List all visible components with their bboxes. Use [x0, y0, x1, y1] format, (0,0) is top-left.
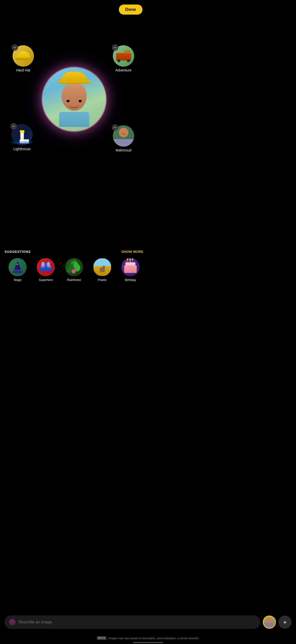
hero-eyes: [39, 265, 52, 267]
birthday-label: Birthday: [125, 278, 136, 282]
face-oval: [62, 82, 87, 111]
show-more-button[interactable]: SHOW MORE: [121, 250, 143, 254]
mage-circle: ★: [9, 258, 27, 276]
jeep-wheel-left: [117, 59, 121, 62]
cake-body: [124, 265, 137, 273]
hero-mask: [39, 263, 52, 271]
remove-mahmoud-button[interactable]: −: [112, 124, 118, 131]
suggestion-birthday[interactable]: Birthday: [117, 258, 143, 282]
flame-3: [132, 258, 133, 260]
satellite-adventure[interactable]: − Adventure: [113, 45, 134, 72]
left-eye: [67, 100, 70, 102]
person-eyes: [67, 100, 82, 102]
rainforest-circle: [65, 258, 83, 276]
satellite-mahmoud[interactable]: − Mahmoud: [113, 125, 134, 152]
prairie-circle: [93, 258, 111, 276]
hardhat-rim: [15, 58, 31, 60]
suggestions-title: SUGGESTIONS: [5, 250, 31, 254]
suggestion-rainforest[interactable]: Rainforest: [61, 258, 87, 282]
mage-label: Mage: [14, 278, 21, 282]
suggestion-prairie[interactable]: Prairie: [89, 258, 115, 282]
hero-right-eye: [47, 265, 51, 267]
jeep-wheel-right: [127, 59, 130, 62]
person-smile: [69, 104, 79, 108]
hardhat-shape: [16, 51, 30, 61]
remove-adventure-button[interactable]: −: [112, 44, 118, 51]
suggestions-header: SUGGESTIONS SHOW MORE: [5, 250, 143, 254]
wizard-star-icon: ★: [16, 263, 18, 266]
adventure-label: Adventure: [116, 68, 132, 72]
birthday-circle: [121, 258, 139, 276]
flower-icon: [72, 269, 76, 273]
center-person-art: [46, 69, 102, 130]
mahmoud-label: Mahmoud: [116, 148, 131, 152]
rainforest-leaves-icon: [67, 260, 82, 275]
hat-brim: [58, 81, 90, 84]
candle-3: [132, 260, 133, 262]
done-button[interactable]: Done: [119, 5, 143, 15]
candle-1: [127, 260, 128, 262]
lighthouse-light: [20, 130, 24, 133]
wizard-hat-icon: ★: [13, 261, 23, 273]
suggestion-superhero[interactable]: Superhero: [33, 258, 59, 282]
rainforest-label: Rainforest: [67, 278, 81, 282]
center-avatar-bubble[interactable]: [41, 67, 107, 132]
remove-hard-hat-button[interactable]: −: [12, 44, 18, 51]
candle-2: [130, 260, 131, 262]
superhero-circle: [37, 258, 55, 276]
suggestion-mage[interactable]: ★ Mage: [5, 258, 31, 282]
hard-hat-label: Hard Hat: [16, 68, 30, 72]
flame-2: [129, 258, 131, 260]
prairie-label: Prairie: [98, 278, 107, 282]
jeep-body: [116, 53, 131, 61]
right-eye: [79, 100, 82, 102]
wizard-brim: [12, 270, 23, 273]
hero-left-eye: [41, 265, 44, 267]
birthday-cake-icon: [124, 262, 137, 273]
satellite-hard-hat[interactable]: − Hard Hat: [13, 45, 34, 72]
flame-1: [127, 258, 128, 260]
suggestions-list: ★ Mage Superhero: [5, 258, 143, 282]
remove-lighthouse-button[interactable]: −: [10, 123, 17, 130]
prairie-animal: [100, 268, 105, 272]
bubble-canvas: − Hard Hat −: [0, 30, 148, 171]
prairie-animal-head: [102, 266, 105, 269]
suggestions-section: SUGGESTIONS SHOW MORE ★ Mage: [0, 250, 148, 282]
superhero-label: Superhero: [39, 278, 53, 282]
satellite-lighthouse[interactable]: − Lighthouse: [11, 124, 33, 151]
prairie-scene: [93, 258, 111, 276]
person-shirt: [59, 112, 89, 127]
lighthouse-label: Lighthouse: [13, 147, 31, 151]
